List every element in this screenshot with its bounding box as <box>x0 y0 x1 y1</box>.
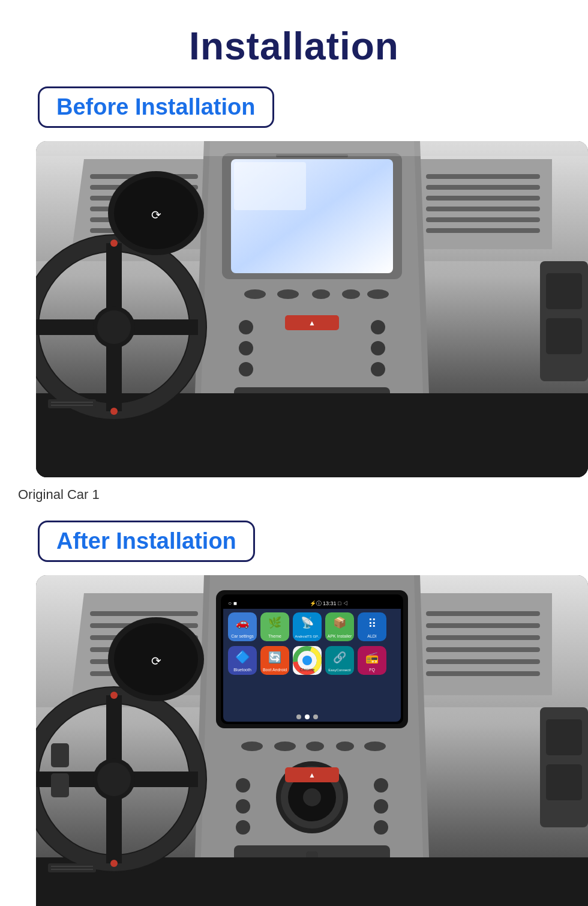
svg-point-124 <box>236 820 250 835</box>
svg-rect-54 <box>48 399 96 408</box>
svg-text:FQ: FQ <box>369 668 375 672</box>
svg-text:APK Installer: APK Installer <box>328 634 352 638</box>
svg-rect-152 <box>51 773 69 797</box>
before-installation-image: ▲ <box>36 141 588 477</box>
before-installation-section: Before Installation <box>0 86 588 521</box>
svg-rect-143 <box>546 719 582 755</box>
svg-point-140 <box>110 692 118 699</box>
svg-text:EasyConnectI: EasyConnectI <box>328 668 351 672</box>
svg-text:Chrome: Chrome <box>300 668 315 672</box>
svg-rect-65 <box>426 611 540 616</box>
svg-rect-151 <box>51 743 69 767</box>
svg-text:Bluetooth: Bluetooth <box>233 668 251 672</box>
svg-text:📻: 📻 <box>365 651 379 664</box>
svg-text:🚗: 🚗 <box>236 616 250 629</box>
svg-rect-66 <box>426 623 540 628</box>
svg-point-18 <box>244 289 266 299</box>
svg-text:○  ■: ○ ■ <box>228 600 237 606</box>
svg-rect-9 <box>426 185 540 190</box>
page-title: Installation <box>189 24 399 68</box>
svg-point-21 <box>342 289 360 299</box>
svg-point-139 <box>97 763 131 796</box>
svg-rect-13 <box>426 228 540 233</box>
svg-text:⠿: ⠿ <box>368 617 377 630</box>
svg-text:⟳: ⟳ <box>151 654 161 668</box>
svg-rect-59 <box>90 611 198 616</box>
svg-point-32 <box>371 362 385 376</box>
svg-point-45 <box>110 240 118 247</box>
svg-rect-53 <box>36 141 588 156</box>
svg-point-115 <box>306 741 324 751</box>
svg-point-19 <box>277 289 299 299</box>
svg-rect-68 <box>426 647 540 652</box>
svg-point-30 <box>371 320 385 334</box>
svg-text:Car settings: Car settings <box>231 634 254 639</box>
svg-point-123 <box>236 799 250 814</box>
svg-point-44 <box>97 310 131 344</box>
page-wrapper: Installation Before Installation <box>0 0 588 906</box>
svg-point-117 <box>364 741 386 751</box>
svg-rect-11 <box>426 207 540 211</box>
svg-point-110 <box>296 714 301 719</box>
svg-rect-48 <box>546 273 582 309</box>
svg-point-31 <box>371 341 385 355</box>
svg-text:🔷: 🔷 <box>235 650 250 664</box>
svg-text:📦: 📦 <box>333 616 347 629</box>
svg-text:Theme: Theme <box>268 634 281 638</box>
svg-point-22 <box>367 289 389 299</box>
svg-point-102 <box>302 656 312 665</box>
svg-text:⚡ⓘ 13:31  □  ◁: ⚡ⓘ 13:31 □ ◁ <box>310 600 348 607</box>
svg-rect-144 <box>546 764 582 800</box>
svg-rect-16 <box>234 162 306 210</box>
svg-text:⟳: ⟳ <box>151 208 161 222</box>
after-installation-section: After Installation <box>0 521 588 906</box>
before-image-caption: Original Car 1 <box>18 487 100 503</box>
svg-text:AndroidTS GP..: AndroidTS GP.. <box>295 635 320 638</box>
svg-point-126 <box>374 799 388 814</box>
svg-rect-67 <box>426 635 540 640</box>
svg-text:ALDI: ALDI <box>367 634 377 638</box>
svg-text:▲: ▲ <box>308 319 316 327</box>
svg-point-46 <box>110 408 118 415</box>
svg-point-20 <box>312 289 330 299</box>
svg-point-121 <box>303 788 321 806</box>
svg-point-122 <box>236 778 250 793</box>
after-installation-image: ○ ■ ⚡ⓘ 13:31 □ ◁ 🚗 Car settings 🌿 Theme … <box>36 575 588 906</box>
svg-rect-148 <box>48 863 96 872</box>
svg-rect-70 <box>426 671 540 676</box>
svg-point-27 <box>239 320 253 334</box>
after-installation-label: After Installation <box>38 521 255 562</box>
svg-point-111 <box>305 714 310 719</box>
svg-rect-49 <box>546 318 582 354</box>
svg-rect-10 <box>426 196 540 201</box>
svg-point-116 <box>336 741 354 751</box>
svg-point-127 <box>374 820 388 835</box>
svg-text:🌿: 🌿 <box>268 616 282 629</box>
svg-text:Boot Android: Boot Android <box>263 668 287 672</box>
svg-point-113 <box>241 741 263 751</box>
svg-text:🔄: 🔄 <box>268 651 282 664</box>
svg-point-28 <box>239 341 253 355</box>
svg-point-112 <box>313 714 318 719</box>
svg-text:📡: 📡 <box>301 616 314 629</box>
svg-point-125 <box>374 778 388 793</box>
svg-text:▲: ▲ <box>308 771 316 779</box>
svg-rect-8 <box>426 174 540 179</box>
svg-point-114 <box>274 741 296 751</box>
svg-point-141 <box>110 860 118 867</box>
svg-rect-69 <box>426 659 540 664</box>
svg-rect-12 <box>426 217 540 222</box>
svg-point-29 <box>239 362 253 376</box>
before-installation-label: Before Installation <box>38 86 274 128</box>
svg-text:🔗: 🔗 <box>333 651 347 664</box>
